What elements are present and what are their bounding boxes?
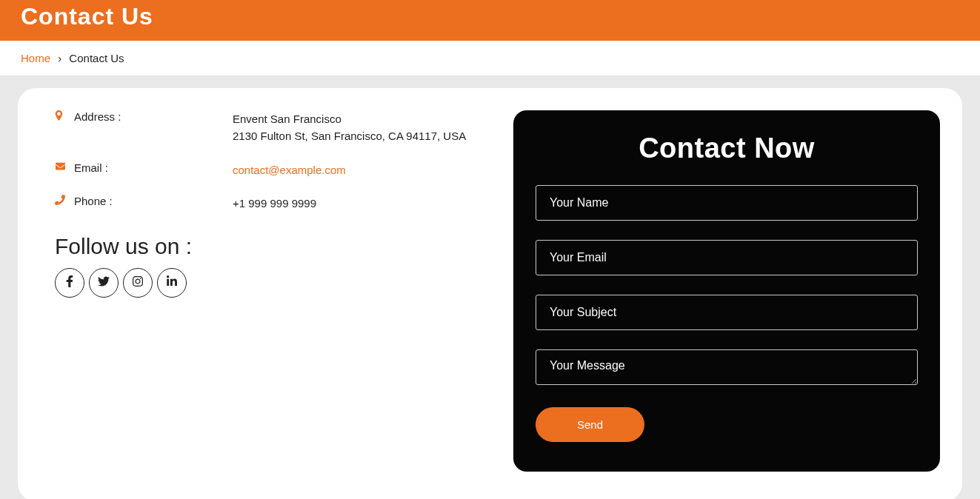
address-row: Address : Envent San Francisco 2130 Fult…: [55, 110, 469, 145]
linkedin-link[interactable]: [157, 268, 187, 298]
contact-form-card: Contact Now Send: [513, 110, 940, 472]
social-links: [55, 268, 469, 298]
address-value: Envent San Francisco 2130 Fulton St, San…: [233, 110, 469, 145]
address-label: Address :: [55, 110, 233, 145]
email-label-text: Email :: [74, 161, 108, 174]
breadcrumb: Home › Contact Us: [0, 41, 980, 76]
follow-heading: Follow us on :: [55, 234, 469, 259]
twitter-icon: [98, 275, 110, 290]
email-label: Email :: [55, 161, 233, 178]
name-input[interactable]: [536, 185, 918, 221]
instagram-icon: [132, 275, 144, 290]
phone-icon: [55, 195, 74, 205]
content-card: Address : Envent San Francisco 2130 Fult…: [18, 88, 962, 499]
subject-input[interactable]: [536, 295, 918, 330]
page-title: Contact Us: [21, 3, 153, 30]
email-link[interactable]: contact@example.com: [233, 164, 346, 176]
phone-row: Phone : +1 999 999 9999: [55, 195, 469, 212]
email-input[interactable]: [536, 240, 918, 275]
facebook-icon: [64, 275, 76, 290]
email-row: Email : contact@example.com: [55, 161, 469, 178]
message-textarea[interactable]: [536, 349, 918, 385]
linkedin-icon: [166, 275, 178, 290]
phone-value: +1 999 999 9999: [233, 195, 469, 212]
breadcrumb-current: Contact Us: [69, 52, 124, 64]
instagram-link[interactable]: [123, 268, 153, 298]
phone-label-text: Phone :: [74, 195, 113, 207]
breadcrumb-home-link[interactable]: Home: [21, 52, 50, 64]
phone-label: Phone :: [55, 195, 233, 212]
page-header: Contact Us: [0, 0, 980, 41]
address-label-text: Address :: [74, 110, 121, 123]
form-title: Contact Now: [536, 133, 918, 164]
email-value: contact@example.com: [233, 161, 469, 178]
chevron-right-icon: ›: [58, 52, 61, 64]
address-line-1: Envent San Francisco: [233, 110, 469, 127]
facebook-link[interactable]: [55, 268, 84, 298]
contact-info-column: Address : Envent San Francisco 2130 Fult…: [40, 110, 484, 472]
send-button[interactable]: Send: [536, 407, 644, 442]
map-marker-icon: [55, 110, 74, 121]
twitter-link[interactable]: [89, 268, 119, 298]
address-line-2: 2130 Fulton St, San Francisco, CA 94117,…: [233, 127, 469, 144]
envelope-icon: [55, 161, 74, 171]
